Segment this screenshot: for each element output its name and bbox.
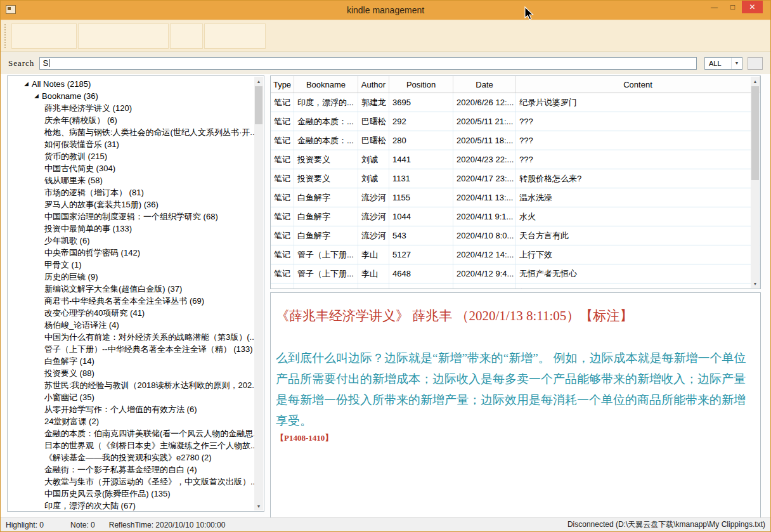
tree-item-book[interactable]: 改变心理学的40项研究 (41)	[8, 307, 254, 319]
cell-position: 292	[389, 112, 453, 131]
table-row[interactable]: 笔记管子（上下册...李山45772020/4/12 9:...善气迎人	[271, 283, 760, 289]
scroll-up-icon[interactable]: ▲	[254, 77, 263, 86]
tree-item-book[interactable]: 小窗幽记 (35)	[8, 391, 254, 403]
column-header-content[interactable]: Content	[516, 76, 760, 93]
tree-item-book[interactable]: 投资中最简单的事 (133)	[8, 223, 254, 235]
tree-item-book[interactable]: 中国国家治理的制度逻辑：一个组织学研究 (68)	[8, 211, 254, 223]
tree-item-book[interactable]: 枪炮、病菌与钢铁:人类社会的命运(世纪人文系列丛书·开...	[8, 126, 254, 138]
table-row[interactable]: 笔记印度，漂浮的...郭建龙36952020/6/26 12:...纪录片说婆罗…	[271, 93, 760, 112]
tree-item-book[interactable]: 苏世民:我的经验与教训（2018读桥水达利欧的原则，202...	[8, 379, 254, 391]
tree-item-book[interactable]: 中央帝国的哲学密码 (142)	[8, 247, 254, 259]
minimize-button[interactable]: —	[705, 1, 723, 13]
toolbar-button-3[interactable]	[170, 23, 203, 49]
cell-date: 2020/4/10 8:0...	[453, 226, 516, 245]
scroll-down-icon[interactable]: ▼	[254, 502, 263, 510]
cell-bookname: 白鱼解字	[294, 226, 358, 245]
book-tree-panel: ◢ All Notes (2185) ◢ Bookname (36) 薛兆丰经济…	[7, 75, 264, 512]
tree-item-book[interactable]: 金融的本质：伯南克四讲美联储(看一个风云人物的金融思...	[8, 427, 254, 439]
tree-item-book[interactable]: 中国历史风云录(陈舜臣作品) (135)	[8, 488, 254, 500]
tree-item-book[interactable]: 白鱼解字 (14)	[8, 355, 254, 367]
status-highlight-count: Highlight: 0	[6, 521, 44, 529]
search-go-button[interactable]	[748, 57, 763, 70]
cell-content: 温水洗澡	[516, 188, 760, 207]
scrollbar-thumb[interactable]	[751, 86, 759, 180]
filter-dropdown[interactable]: ALL ▼	[704, 57, 742, 70]
cell-content: ???	[516, 131, 760, 150]
cell-author: 李山	[358, 283, 389, 289]
tree-item-book[interactable]: 钱从哪里来 (58)	[8, 174, 254, 186]
tree-item-book[interactable]: 杨伯峻_论语译注 (4)	[8, 319, 254, 331]
tree-item-all-notes[interactable]: ◢ All Notes (2185)	[8, 78, 254, 90]
app-icon-glyph	[8, 7, 11, 10]
tree-item-book[interactable]: 印度，漂浮的次大陆 (67)	[8, 500, 254, 511]
tree-item-book[interactable]: 庆余年(精校版） (6)	[8, 114, 254, 126]
app-icon	[6, 5, 16, 14]
table-row[interactable]: 笔记管子（上下册...李山46482020/4/12 9:4...无恒产者无恒心	[271, 264, 760, 283]
tree-item-book[interactable]: 中国为什么有前途：对外经济关系的战略潜能（第3版）(...	[8, 331, 254, 343]
tree-item-book[interactable]: 市场的逻辑（增订本） (81)	[8, 186, 254, 198]
tree-expander-icon[interactable]: ◢	[24, 78, 32, 90]
table-row[interactable]: 笔记管子（上下册...李山51272020/4/12 14:...上行下效	[271, 245, 760, 264]
search-label: Search	[8, 58, 34, 68]
tree-item-book[interactable]: 从零开始学写作：个人增值的有效方法 (6)	[8, 403, 254, 415]
tree-item-book[interactable]: 中国古代简史 (304)	[8, 162, 254, 174]
tree-item-book[interactable]: 货币的教训 (215)	[8, 150, 254, 162]
tree-item-book[interactable]: 管子（上下册）--中华经典名著全本全注全译（精） (133)	[8, 343, 254, 355]
tree-item-book[interactable]: 24堂财富课 (2)	[8, 415, 254, 427]
cell-bookname: 金融的本质：...	[294, 112, 358, 131]
scroll-down-icon[interactable]: ▼	[751, 279, 760, 288]
tree-item-book[interactable]: 如何假装懂音乐 (31)	[8, 138, 254, 150]
toolbar-button-2[interactable]	[78, 23, 169, 49]
title-bar[interactable]: kindle management — □ ✕	[1, 1, 770, 20]
tree-item-book[interactable]: 投资要义 (88)	[8, 367, 254, 379]
table-row[interactable]: 笔记白鱼解字流沙河11552020/4/11 13:...温水洗澡	[271, 188, 760, 207]
tree-item-book[interactable]: 大教堂与集市（开源运动的《圣经》，中文版首次出版）...	[8, 476, 254, 488]
table-row[interactable]: 笔记投资要义刘诚14412020/4/23 22:...???	[271, 150, 760, 169]
cell-type: 笔记	[271, 207, 294, 226]
toolbar-gripper[interactable]	[4, 24, 8, 48]
tree-item-book[interactable]: 金融街：一个影子私募基金经理的自白 (4)	[8, 464, 254, 476]
cell-date: 2020/4/23 22:...	[453, 150, 516, 169]
tree-expander-icon[interactable]: ◢	[34, 90, 42, 102]
tree-item-book[interactable]: 历史的巨镜 (9)	[8, 271, 254, 283]
tree-item-book[interactable]: 少年凯歌 (6)	[8, 235, 254, 247]
cell-content: 纪录片说婆罗门	[516, 93, 760, 112]
cell-bookname: 投资要义	[294, 169, 358, 188]
toolbar-button-1[interactable]	[11, 23, 77, 49]
status-connection: Disconnected (D:\天翼云盘下载\kmanapp\My Clipp…	[567, 519, 765, 530]
column-header-position[interactable]: Position	[389, 76, 453, 93]
notes-table: Type Bookname Author Position Date Conte…	[270, 75, 761, 289]
tree-item-book[interactable]: 《解读基金——我的投资观和实践》e2780 (2)	[8, 451, 254, 464]
close-button[interactable]: ✕	[742, 1, 763, 13]
table-row[interactable]: 笔记金融的本质：...巴曙松2802020/5/11 18:...???	[271, 131, 760, 150]
cell-author: 刘诚	[358, 169, 389, 188]
toolbar-button-4[interactable]	[204, 23, 266, 49]
tree-item-book[interactable]: 薛兆丰经济学讲义 (120)	[8, 102, 254, 114]
cell-content: 上行下效	[516, 245, 760, 264]
maximize-button[interactable]: □	[723, 1, 742, 13]
tree-item-bookname-group[interactable]: ◢ Bookname (36)	[8, 90, 254, 102]
cell-date: 2020/4/12 9:4...	[453, 264, 516, 283]
notes-table-header: Type Bookname Author Position Date Conte…	[271, 76, 760, 93]
table-scrollbar[interactable]: ▲ ▼	[751, 77, 760, 288]
tree-item-book[interactable]: 新编说文解字大全集(超值白金版) (37)	[8, 283, 254, 295]
tree-item-book[interactable]: 甲骨文 (1)	[8, 259, 254, 271]
cell-content: 无恒产者无恒心	[516, 264, 760, 283]
table-row[interactable]: 笔记白鱼解字流沙河10442020/4/11 9:1...水火	[271, 207, 760, 226]
tree-item-book[interactable]: 日本的世界观（《剑桥日本史》主编凝练之作三个人物故...	[8, 439, 254, 451]
column-header-date[interactable]: Date	[453, 76, 516, 93]
tree-item-book[interactable]: 商君书-中华经典名著全本全注全译丛书 (69)	[8, 295, 254, 307]
column-header-bookname[interactable]: Bookname	[294, 76, 358, 93]
cell-date: 2020/4/11 13:...	[453, 188, 516, 207]
column-header-type[interactable]: Type	[271, 76, 294, 93]
scrollbar-thumb[interactable]	[255, 86, 262, 124]
column-header-author[interactable]: Author	[358, 76, 389, 93]
search-input[interactable]: S	[39, 57, 697, 70]
table-row[interactable]: 笔记金融的本质：...巴曙松2922020/5/11 21:...???	[271, 112, 760, 131]
vertical-splitter[interactable]	[264, 75, 270, 512]
tree-item-book[interactable]: 罗马人的故事(套装共15册) (36)	[8, 198, 254, 211]
table-row[interactable]: 笔记投资要义刘诚11312020/4/17 23:...转股价格怎么来?	[271, 169, 760, 188]
scroll-up-icon[interactable]: ▲	[751, 77, 760, 86]
tree-scrollbar[interactable]: ▲ ▼	[254, 77, 263, 510]
table-row[interactable]: 笔记白鱼解字流沙河5432020/4/10 8:0...天台方言有此	[271, 226, 760, 245]
